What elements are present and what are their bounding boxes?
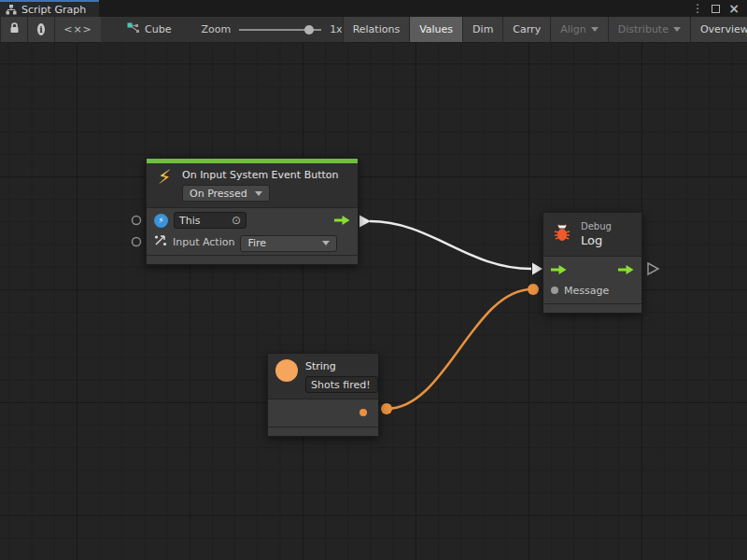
string-value-field[interactable]: Shots fired!: [305, 376, 378, 393]
node-title: Log: [581, 232, 612, 248]
string-value: Shots fired!: [311, 379, 371, 391]
lock-icon: [9, 22, 20, 36]
input-action-dropdown[interactable]: Fire: [240, 235, 337, 252]
values-button[interactable]: Values: [409, 17, 462, 42]
input-action-port-row: Input Action Fire: [154, 232, 350, 251]
zoom-slider[interactable]: [239, 24, 321, 35]
event-mode-value: On Pressed: [190, 188, 247, 200]
trigger-input-port[interactable]: [532, 263, 543, 275]
message-label: Message: [564, 285, 609, 297]
input-action-value: Fire: [247, 237, 266, 249]
node-title: On Input System Event Button: [182, 168, 338, 182]
input-action-label: Input Action: [173, 236, 234, 248]
align-dropdown-button[interactable]: Align: [550, 17, 608, 42]
tab-bar: Script Graph ⋮ ×: [0, 0, 747, 17]
script-graph-window: Script Graph ⋮ × i <×>: [0, 0, 747, 560]
lock-button[interactable]: [0, 17, 27, 42]
node-footer: [543, 303, 641, 313]
maximize-icon[interactable]: [712, 5, 720, 13]
this-port-row: ⚡ This ⊙: [154, 211, 350, 230]
zoom-value: 1x: [330, 23, 343, 35]
graph-hierarchy-icon: [6, 5, 17, 15]
node-footer: [147, 255, 358, 264]
carry-button[interactable]: Carry: [502, 17, 550, 42]
graph-canvas[interactable]: ⚡ On Input System Event Button On Presse…: [0, 43, 747, 560]
trigger-output-arrow-icon[interactable]: [618, 264, 634, 275]
string-output-row: [275, 402, 371, 423]
this-target-field[interactable]: This ⊙: [174, 212, 247, 229]
node-category: Debug: [581, 220, 612, 232]
zoom-slider-handle[interactable]: [304, 25, 314, 35]
node-debug-log[interactable]: Debug Log Message: [543, 212, 642, 314]
trigger-input-arrow-icon[interactable]: [551, 264, 567, 275]
graph-toolbar: i <×> Cube Zoom 1x: [0, 17, 747, 43]
relations-button[interactable]: Relations: [343, 17, 410, 42]
node-on-input-system-event-button[interactable]: ⚡ On Input System Event Button On Presse…: [146, 158, 359, 265]
bug-icon: [551, 222, 573, 247]
debug-exit-port[interactable]: [648, 263, 658, 274]
window-controls: ⋮ ×: [692, 0, 747, 17]
trigger-output-port[interactable]: [359, 216, 371, 228]
string-type-icon: [275, 359, 298, 382]
menu-icon[interactable]: ⋮: [692, 3, 703, 14]
message-input-port[interactable]: [528, 284, 539, 295]
tab-title: Script Graph: [21, 4, 86, 16]
trigger-connection-wire: [370, 221, 531, 269]
code-preview-button[interactable]: <×>: [54, 17, 101, 42]
gameobject-icon: ⚡: [154, 214, 168, 228]
input-action-value-port[interactable]: [133, 238, 141, 246]
graph-node-icon: [127, 22, 139, 36]
zoom-label: Zoom: [201, 23, 231, 35]
info-icon: i: [37, 23, 45, 35]
chevron-down-icon: [591, 27, 599, 32]
object-picker-icon[interactable]: ⊙: [232, 214, 241, 227]
graph-target-label: Cube: [145, 23, 171, 35]
event-mode-dropdown[interactable]: On Pressed: [182, 185, 270, 202]
tab-script-graph[interactable]: Script Graph: [0, 0, 99, 17]
node-title: String: [305, 359, 378, 373]
this-field-value: This: [179, 215, 200, 227]
message-port-dot-icon[interactable]: [551, 287, 558, 294]
toolbar-toggle-group: Relations Values Dim Carry Align Distrib…: [343, 17, 747, 42]
lightning-icon: ⚡: [154, 168, 175, 188]
info-button[interactable]: i: [27, 17, 54, 42]
value-connection-wire: [387, 289, 532, 409]
node-footer: [268, 427, 378, 436]
this-value-port[interactable]: [133, 217, 141, 225]
input-action-icon: [154, 234, 167, 249]
trigger-output-arrow-icon[interactable]: [334, 215, 350, 226]
graph-target-selector[interactable]: Cube: [127, 17, 171, 42]
zoom-control: Zoom 1x: [201, 17, 342, 42]
code-icon: <×>: [63, 23, 92, 35]
chevron-down-icon: [673, 27, 681, 32]
dim-button[interactable]: Dim: [462, 17, 502, 42]
close-icon[interactable]: ×: [728, 2, 740, 15]
chevron-down-icon: [322, 241, 330, 245]
string-output-port[interactable]: [381, 403, 392, 414]
chevron-down-icon: [255, 191, 262, 196]
node-string-literal[interactable]: String Shots fired!: [267, 353, 379, 437]
overview-button[interactable]: Overview: [690, 17, 747, 42]
string-output-dot-icon[interactable]: [359, 409, 367, 416]
message-port-row: Message: [551, 281, 634, 300]
trigger-port-row: [551, 260, 634, 279]
distribute-dropdown-button[interactable]: Distribute: [608, 17, 690, 42]
